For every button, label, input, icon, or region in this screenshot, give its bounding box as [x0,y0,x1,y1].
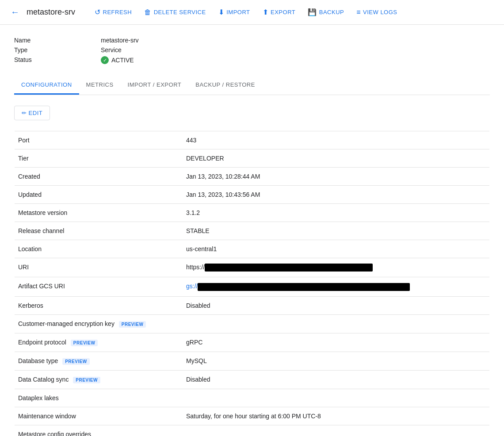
info-table: Name metastore-srv Type Service Status ✓… [14,35,139,65]
table-row: Tier DEVELOPER [15,149,489,168]
import-icon: ⬇ [218,8,225,16]
tab-configuration[interactable]: CONFIGURATION [14,76,79,95]
redacted-uri [205,264,373,272]
table-row: Maintenance window Saturday, for one hou… [15,407,489,425]
config-value: MySQL [183,352,489,370]
status-value: ACTIVE [111,57,134,64]
edit-button[interactable]: ✏ EDIT [14,106,50,120]
type-value: Service [94,45,139,55]
config-value: STABLE [183,222,489,240]
tabs: CONFIGURATION METRICS IMPORT / EXPORT BA… [14,76,490,95]
config-key: Location [15,240,183,258]
top-actions: ↺ REFRESH 🗑 DELETE SERVICE ⬇ IMPORT ⬆ EX… [89,4,402,20]
table-row: Updated Jan 13, 2023, 10:43:56 AM [15,186,489,204]
table-row: URI https:// [15,258,489,277]
table-row: Location us-central1 [15,240,489,258]
config-value: Disabled [183,296,489,314]
config-key: Maintenance window [15,407,183,425]
service-info: Name metastore-srv Type Service Status ✓… [0,25,504,73]
name-value: metastore-srv [94,35,139,45]
tab-metrics[interactable]: METRICS [79,76,121,95]
config-value: Jan 13, 2023, 10:28:44 AM [183,168,489,186]
import-button[interactable]: ⬇ IMPORT [213,4,256,20]
status-cell: ✓ ACTIVE [94,55,139,65]
refresh-icon: ↺ [95,8,101,16]
preview-badge: PREVIEW [73,377,100,383]
config-key: Updated [15,186,183,204]
table-row: Customer-managed encryption key PREVIEW [15,314,489,333]
table-row: Data Catalog sync PREVIEW Disabled [15,370,489,389]
table-row: Artifact GCS URI gs:// [15,277,489,296]
type-label: Type [14,45,94,55]
config-value: Jan 13, 2023, 10:43:56 AM [183,186,489,204]
table-row: Database type PREVIEW MySQL [15,352,489,370]
config-key: Data Catalog sync PREVIEW [15,370,183,389]
config-key: Kerberos [15,296,183,314]
table-row: Endpoint protocol PREVIEW gRPC [15,333,489,352]
view-logs-button[interactable]: ≡ VIEW LOGS [351,5,402,20]
name-label: Name [14,35,94,45]
table-row: Metastore version 3.1.2 [15,204,489,222]
preview-badge: PREVIEW [62,358,90,365]
status-row: Status ✓ ACTIVE [14,55,139,65]
config-table: Port 443 Tier DEVELOPER Created Jan 13, … [14,131,490,436]
config-value [183,389,489,407]
table-row: Port 443 [15,131,489,149]
tab-backup-restore[interactable]: BACKUP / RESTORE [188,76,262,95]
preview-badge: PREVIEW [71,340,98,346]
logs-icon: ≡ [356,8,361,16]
config-key: Endpoint protocol PREVIEW [15,333,183,352]
table-row: Metastore config overrides [15,425,489,436]
type-row: Type Service [14,45,139,55]
config-key: Metastore config overrides [15,425,489,436]
export-icon: ⬆ [263,8,269,16]
table-row: Dataplex lakes [15,389,489,407]
tab-import-export[interactable]: IMPORT / EXPORT [121,76,189,95]
delete-service-button[interactable]: 🗑 DELETE SERVICE [139,5,211,20]
config-key: Tier [15,149,183,168]
name-row: Name metastore-srv [14,35,139,45]
status-icon: ✓ [101,56,109,64]
uri-prefix: https:// [186,264,205,271]
status-label: Status [14,55,94,65]
config-value: 3.1.2 [183,204,489,222]
config-value: Saturday, for one hour starting at 6:00 … [183,407,489,425]
config-value: Disabled [183,370,489,389]
preview-badge: PREVIEW [119,321,146,328]
page-title: metastore-srv [27,8,75,17]
config-value: https:// [183,258,489,277]
status-active: ✓ ACTIVE [101,56,139,64]
redacted-gcs-uri [198,283,410,291]
backup-icon: 💾 [308,8,317,16]
back-button[interactable]: ← [11,5,23,19]
config-key: Customer-managed encryption key PREVIEW [15,314,183,333]
config-value: DEVELOPER [183,149,489,168]
config-key: Release channel [15,222,183,240]
config-value: us-central1 [183,240,489,258]
table-row: Kerberos Disabled [15,296,489,314]
refresh-button[interactable]: ↺ REFRESH [89,4,137,20]
table-row: Created Jan 13, 2023, 10:28:44 AM [15,168,489,186]
top-bar: ← metastore-srv ↺ REFRESH 🗑 DELETE SERVI… [0,0,504,25]
artifact-gcs-uri-link[interactable]: gs:// [186,283,410,290]
config-key: URI [15,258,183,277]
config-value: gs:// [183,277,489,296]
config-key: Database type PREVIEW [15,352,183,370]
config-key: Created [15,168,183,186]
config-value: gRPC [183,333,489,352]
export-button[interactable]: ⬆ EXPORT [257,4,301,20]
config-value [183,314,489,333]
config-key: Port [15,131,183,149]
gcs-prefix: gs:// [186,283,198,290]
config-key: Metastore version [15,204,183,222]
config-key: Dataplex lakes [15,389,183,407]
config-value: 443 [183,131,489,149]
content-area: ✏ EDIT Port 443 Tier DEVELOPER Created J… [0,95,504,436]
delete-icon: 🗑 [144,8,152,16]
backup-button[interactable]: 💾 BACKUP [302,4,349,20]
config-key: Artifact GCS URI [15,277,183,296]
table-row: Release channel STABLE [15,222,489,240]
back-icon: ← [11,7,19,17]
